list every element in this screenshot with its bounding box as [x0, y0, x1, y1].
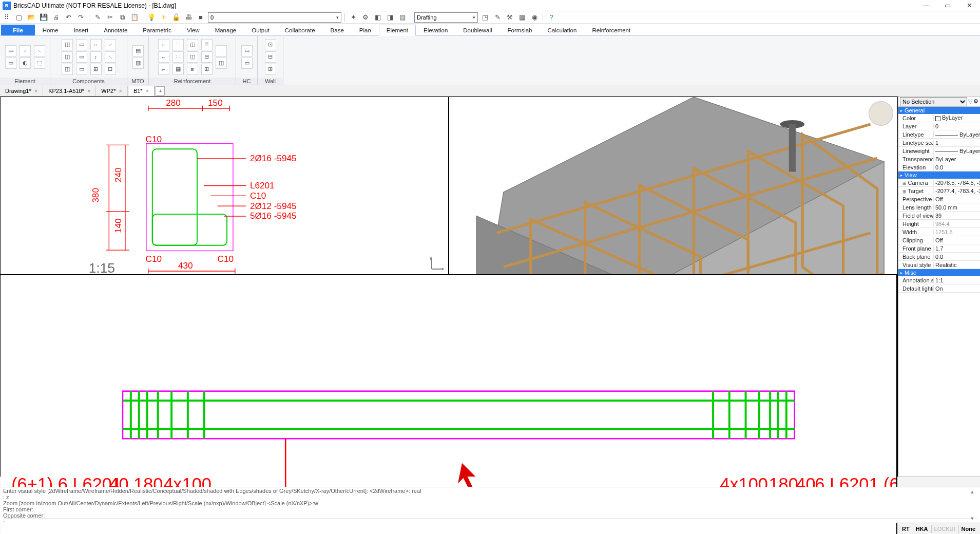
- layer-freeze-icon[interactable]: ☀: [159, 12, 169, 23]
- elem-btn4[interactable]: ◐: [20, 58, 31, 69]
- mto-b1[interactable]: ▤: [132, 45, 144, 56]
- prop-row[interactable]: Target-2077.4, -783.4, -3: [898, 187, 980, 195]
- ws1-icon[interactable]: ◳: [480, 12, 490, 23]
- prop-row[interactable]: Elevation0.0: [898, 163, 980, 171]
- copy-icon[interactable]: ⧉: [117, 12, 127, 23]
- status-rt[interactable]: RT: [899, 525, 912, 533]
- ribbon-tab-reinforcement[interactable]: Reinforcement: [584, 25, 638, 35]
- cmp-b3[interactable]: ◫: [62, 64, 73, 75]
- cmp-b7[interactable]: ↔: [90, 39, 102, 50]
- ribbon-tab-element[interactable]: Element: [379, 25, 416, 36]
- undo-icon[interactable]: ↶: [63, 12, 73, 23]
- redo-icon[interactable]: ↷: [75, 12, 86, 23]
- prop-row[interactable]: PerspectiveOff: [898, 195, 980, 203]
- ws2-icon[interactable]: ✎: [492, 12, 503, 23]
- prop-row[interactable]: Width1251.8: [898, 228, 980, 236]
- doc-tab[interactable]: WP2*×: [96, 86, 128, 96]
- ribbon-tab-manage[interactable]: Manage: [207, 25, 244, 35]
- cut-icon[interactable]: ✂: [105, 12, 115, 23]
- new-icon[interactable]: ▢: [14, 12, 24, 23]
- ribbon-tab-view[interactable]: View: [179, 25, 207, 35]
- cmp-b10[interactable]: ⟋: [105, 39, 116, 50]
- rf-b6[interactable]: ▦: [172, 64, 184, 75]
- cmd-prompt[interactable]: :: [3, 519, 977, 525]
- prop-row[interactable]: TransparencyByLayer: [898, 155, 980, 163]
- ribbon-tab-collaborate[interactable]: Collaborate: [277, 25, 323, 35]
- rf-b1[interactable]: ⌐: [158, 39, 169, 50]
- cmp-b11[interactable]: ⟍: [105, 51, 116, 63]
- rf-b12[interactable]: ⊞: [201, 64, 213, 75]
- rf-b5[interactable]: ∷: [172, 51, 184, 63]
- elem-btn1[interactable]: ▭: [5, 45, 16, 56]
- maximize-button[interactable]: ▭: [937, 0, 958, 11]
- close-button[interactable]: ✕: [958, 0, 980, 11]
- prop-group-view[interactable]: View: [898, 171, 980, 179]
- tool2-icon[interactable]: ⚙: [360, 12, 371, 23]
- prop-row[interactable]: ColorByLayer: [898, 114, 980, 122]
- ws3-icon[interactable]: ⚒: [505, 12, 515, 23]
- layer-dropdown[interactable]: 0: [208, 12, 341, 23]
- help-icon[interactable]: ?: [546, 12, 556, 23]
- cmp-b5[interactable]: ▭: [76, 51, 87, 63]
- prop-row[interactable]: Back plane0.0: [898, 253, 980, 261]
- tool5-icon[interactable]: ▤: [397, 12, 408, 23]
- ribbon-tab-plan[interactable]: Plan: [352, 25, 379, 35]
- ribbon-tab-calculation[interactable]: Calculation: [540, 25, 585, 35]
- match-icon[interactable]: ✎: [92, 12, 103, 23]
- doc-tab[interactable]: KP23.1-A510*×: [43, 86, 96, 96]
- scroll-up-icon[interactable]: ▴: [971, 488, 979, 495]
- layer-lock-icon[interactable]: 🔓: [171, 12, 181, 23]
- prop-row[interactable]: Height984.4: [898, 220, 980, 228]
- close-tab-icon[interactable]: ×: [87, 88, 90, 94]
- wall-b1[interactable]: ⊡: [265, 39, 276, 50]
- prop-row[interactable]: Field of view39: [898, 212, 980, 220]
- scroll-down-icon[interactable]: ▾: [971, 515, 979, 522]
- close-tab-icon[interactable]: ×: [34, 88, 37, 94]
- prop-row[interactable]: Lens length50.0 mm: [898, 203, 980, 212]
- rf-b9[interactable]: ≡: [187, 64, 198, 75]
- workspace-dropdown[interactable]: Drafting: [414, 12, 478, 23]
- doc-tab[interactable]: Drawing1*×: [0, 86, 43, 96]
- status-lockui[interactable]: LOCKUI: [931, 525, 958, 533]
- qat-handle-icon[interactable]: ⠿: [2, 12, 12, 23]
- add-doc-tab[interactable]: +: [156, 86, 165, 96]
- status-hka[interactable]: HKA: [913, 525, 931, 533]
- prop-row[interactable]: Default lightingOn: [898, 284, 980, 293]
- ribbon-tab-insert[interactable]: Insert: [66, 25, 97, 35]
- cmp-b2[interactable]: ◫: [62, 51, 73, 63]
- wall-b2[interactable]: ⊟: [265, 51, 276, 63]
- ribbon-tab-doublewall[interactable]: Doublewall: [455, 25, 499, 35]
- cmp-b8[interactable]: ↕: [90, 51, 102, 63]
- rf-b11[interactable]: ⊟: [201, 51, 213, 63]
- cmp-b6[interactable]: ▭: [76, 64, 87, 75]
- close-tab-icon[interactable]: ×: [119, 88, 122, 94]
- prop-group-misc[interactable]: Misc: [898, 269, 980, 276]
- layer-color-icon[interactable]: ■: [196, 12, 206, 23]
- pp-settings-icon[interactable]: ⚙: [973, 98, 978, 105]
- ribbon-tab-home[interactable]: Home: [35, 25, 66, 35]
- prop-row[interactable]: Front plane1.7: [898, 244, 980, 253]
- doc-tab[interactable]: B1*×: [128, 86, 155, 96]
- filter-icon[interactable]: ▽: [968, 98, 972, 105]
- viewport-3d[interactable]: x y z: [449, 97, 898, 274]
- ribbon-tab-annotate[interactable]: Annotate: [96, 25, 135, 35]
- elem-btn6[interactable]: ⬚: [34, 58, 45, 69]
- rf-b10[interactable]: ≣: [201, 39, 213, 50]
- ribbon-tab-elevation[interactable]: Elevation: [416, 25, 455, 35]
- layer-bulb-icon[interactable]: 💡: [146, 12, 157, 23]
- rf-b7[interactable]: ◫: [187, 39, 198, 50]
- hc-b1[interactable]: ▭: [241, 45, 253, 56]
- hc-b2[interactable]: ▭: [241, 58, 253, 69]
- paste-icon[interactable]: 📋: [129, 12, 140, 23]
- ribbon-tab-base[interactable]: Base: [323, 25, 352, 35]
- layer-plot-icon[interactable]: 🖶: [183, 12, 194, 23]
- ribbon-tab-formslab[interactable]: Formslab: [500, 25, 540, 35]
- prop-row[interactable]: ClippingOff: [898, 236, 980, 244]
- cmp-b12[interactable]: ⊡: [105, 64, 116, 75]
- elem-btn3[interactable]: ⟋: [20, 45, 31, 56]
- selection-dropdown[interactable]: No Selection: [900, 97, 967, 106]
- ribbon-tab-output[interactable]: Output: [244, 25, 277, 35]
- minimize-button[interactable]: ―: [915, 0, 937, 11]
- tool4-icon[interactable]: ◨: [385, 12, 395, 23]
- view-cube[interactable]: [869, 101, 893, 126]
